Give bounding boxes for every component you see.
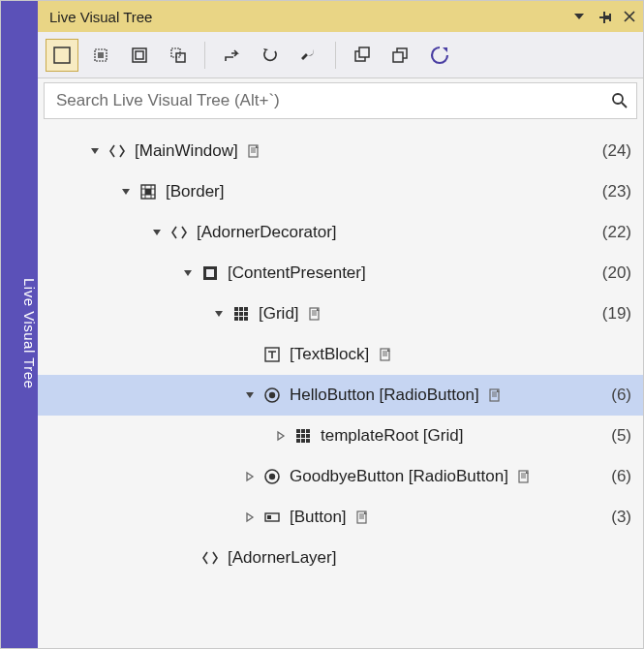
- tree-item-label: GoodbyeButton [RadioButton]: [290, 467, 508, 486]
- search-icon[interactable]: [609, 90, 630, 111]
- tree-item-label: templateRoot [Grid]: [321, 426, 463, 446]
- descendant-count: (24): [595, 141, 631, 161]
- collapse-arrow-icon[interactable]: [241, 509, 259, 526]
- view-source-icon[interactable]: [354, 509, 372, 526]
- descendant-count: (3): [603, 508, 631, 527]
- svg-rect-0: [54, 47, 70, 63]
- settings-button[interactable]: [292, 39, 325, 72]
- expand-arrow-icon[interactable]: [148, 224, 166, 241]
- refresh-button[interactable]: [423, 39, 456, 72]
- tree-item-label: [MainWindow]: [135, 141, 238, 161]
- presenter-icon: [200, 263, 220, 283]
- svg-rect-17: [234, 307, 238, 311]
- descendant-count: (5): [603, 426, 631, 446]
- expand-arrow-icon[interactable]: [117, 183, 135, 201]
- descendant-count: (20): [595, 263, 631, 283]
- view-source-icon[interactable]: [487, 386, 505, 404]
- descendant-count: (6): [603, 467, 631, 486]
- svg-rect-39: [301, 439, 305, 443]
- tree-item-label: [ContentPresenter]: [228, 263, 366, 283]
- svg-rect-18: [239, 307, 243, 311]
- expand-arrow-icon[interactable]: [179, 264, 197, 282]
- view-source-icon[interactable]: [516, 468, 534, 485]
- svg-rect-14: [145, 189, 151, 195]
- tree-row[interactable]: GoodbyeButton [RadioButton](6): [38, 456, 643, 497]
- textblock-icon: [262, 345, 282, 364]
- toolbar: [38, 32, 643, 78]
- svg-rect-8: [359, 47, 369, 57]
- close-icon[interactable]: [622, 9, 637, 24]
- view-source-icon[interactable]: [307, 305, 324, 323]
- expand-arrow-icon[interactable]: [241, 386, 259, 404]
- svg-rect-21: [239, 312, 243, 316]
- svg-rect-38: [296, 439, 300, 443]
- descendant-count: (6): [603, 386, 631, 405]
- svg-rect-34: [306, 429, 310, 433]
- svg-rect-25: [244, 317, 248, 321]
- tree-row[interactable]: [AdornerLayer]: [38, 538, 643, 578]
- go-to-live-property-button[interactable]: [215, 39, 248, 72]
- radio-icon: [262, 467, 282, 486]
- expand-all-button[interactable]: [384, 39, 417, 72]
- svg-rect-35: [296, 434, 300, 438]
- tree-row[interactable]: templateRoot [Grid](5): [38, 416, 643, 456]
- svg-rect-2: [98, 52, 104, 58]
- pin-icon[interactable]: [597, 9, 612, 24]
- expand-arrow-icon[interactable]: [86, 142, 104, 160]
- toolbar-separator: [204, 42, 205, 69]
- display-layout-adorners-button[interactable]: [84, 39, 117, 72]
- undo-button[interactable]: [254, 39, 287, 72]
- search-bar[interactable]: [44, 82, 637, 119]
- element-icon: [169, 223, 189, 242]
- tree-row[interactable]: [MainWindow](24): [38, 131, 643, 171]
- svg-rect-4: [136, 51, 143, 59]
- svg-rect-36: [301, 434, 305, 438]
- svg-rect-23: [234, 317, 238, 321]
- track-focused-button[interactable]: [162, 39, 195, 72]
- element-icon: [107, 141, 127, 161]
- collapse-arrow-icon[interactable]: [241, 468, 259, 485]
- svg-rect-40: [306, 439, 310, 443]
- panel-title: Live Visual Tree: [49, 9, 152, 25]
- tree-item-label: [Border]: [166, 182, 224, 201]
- descendant-count: (22): [595, 223, 631, 242]
- tree-item-label: [TextBlock]: [290, 345, 369, 364]
- svg-rect-3: [133, 48, 146, 62]
- tree-row[interactable]: [AdornerDecorator](22): [38, 212, 643, 253]
- svg-rect-24: [239, 317, 243, 321]
- enable-selection-button[interactable]: [46, 39, 78, 72]
- tree-item-label: [Button]: [290, 508, 347, 527]
- tree-row[interactable]: [Border](23): [38, 171, 643, 212]
- tree-row[interactable]: HelloButton [RadioButton](6): [38, 375, 643, 416]
- view-source-icon[interactable]: [377, 346, 394, 363]
- border-icon: [138, 182, 158, 201]
- side-tab-label: Live Visual Tree: [21, 278, 38, 388]
- expand-arrow-icon[interactable]: [210, 305, 228, 323]
- descendant-count: (19): [595, 304, 631, 324]
- svg-rect-20: [234, 312, 238, 316]
- collapse-arrow-icon[interactable]: [272, 427, 290, 445]
- grid-icon: [231, 304, 251, 324]
- tree-row[interactable]: [TextBlock]: [38, 334, 643, 375]
- titlebar: Live Visual Tree: [38, 1, 643, 32]
- search-input[interactable]: [54, 90, 609, 111]
- svg-rect-33: [301, 429, 305, 433]
- tree-item-label: [Grid]: [259, 304, 299, 324]
- tree-row[interactable]: [Grid](19): [38, 294, 643, 334]
- view-source-icon[interactable]: [246, 142, 263, 160]
- element-icon: [200, 548, 220, 568]
- window-controls: [571, 9, 637, 24]
- dropdown-icon[interactable]: [571, 9, 587, 24]
- svg-rect-32: [296, 429, 300, 433]
- tree-view[interactable]: [MainWindow](24)[Border](23)[AdornerDeco…: [38, 125, 643, 648]
- tree-row[interactable]: [Button](3): [38, 497, 643, 538]
- panel: Live Visual Tree: [38, 1, 643, 648]
- svg-point-30: [269, 392, 275, 398]
- svg-rect-22: [244, 312, 248, 316]
- collapse-all-button[interactable]: [346, 39, 379, 72]
- side-tab-live-visual-tree[interactable]: Live Visual Tree: [1, 1, 38, 648]
- tree-item-label: [AdornerDecorator]: [197, 223, 337, 242]
- tree-row[interactable]: [ContentPresenter](20): [38, 253, 643, 294]
- preview-selection-button[interactable]: [123, 39, 156, 72]
- radio-icon: [262, 386, 282, 405]
